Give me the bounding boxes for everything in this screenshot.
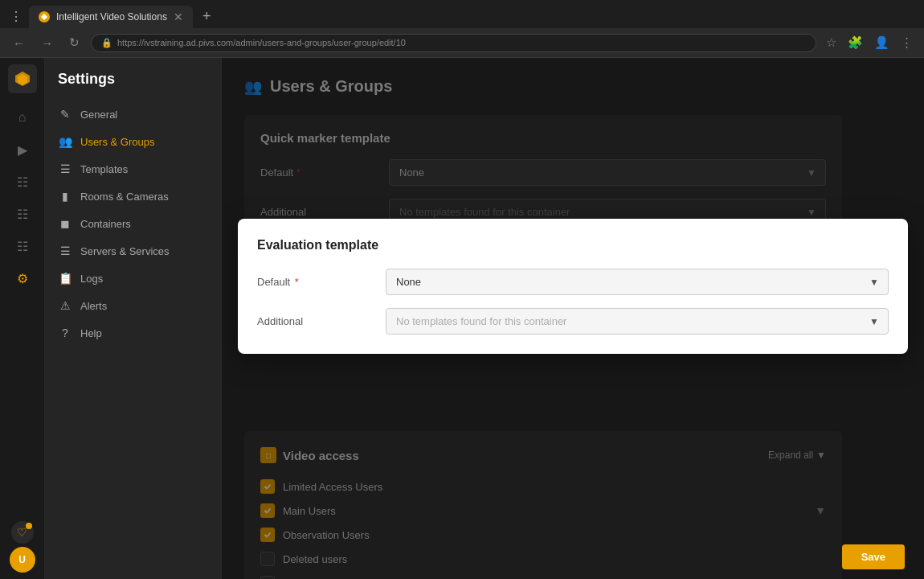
eval-additional-select[interactable]: No templates found for this container <box>386 308 889 335</box>
help-icon: ? <box>58 326 72 339</box>
sidebar-item-general[interactable]: ✎ General <box>45 101 221 128</box>
reload-button[interactable]: ↻ <box>64 33 84 52</box>
alerts-icon: ⚠ <box>58 299 72 312</box>
address-text: https://ivstraining.ad.pivs.com/admin/us… <box>117 38 406 47</box>
save-button[interactable]: Save <box>842 544 905 569</box>
save-bar: Save <box>823 535 924 579</box>
extension-icon[interactable]: 🧩 <box>844 34 866 51</box>
containers-icon: ◼ <box>58 217 72 230</box>
app: ⌂ ▶ ☷ ☷ ☷ ⚙ ♡ U Settings ✎ General 👥 Use… <box>0 58 924 579</box>
rail-settings-icon[interactable]: ⚙ <box>8 264 37 293</box>
general-icon: ✎ <box>58 108 72 121</box>
logs-icon: 📋 <box>58 272 72 285</box>
notif-dot <box>26 523 32 529</box>
modal-title: Evaluation template <box>257 238 889 253</box>
evaluation-template-modal: Evaluation template Default * None ▼ Add… <box>238 219 908 354</box>
eval-default-row: Default * None ▼ <box>257 269 889 295</box>
browser-chrome: ⋮ Intelligent Video Solutions ✕ + ← → ↻ … <box>0 0 924 58</box>
bookmark-icon[interactable]: ☆ <box>823 34 840 51</box>
templates-icon: ☰ <box>58 162 72 175</box>
sidebar-item-users-groups[interactable]: 👥 Users & Groups <box>45 128 221 155</box>
nav-bar: ← → ↻ 🔒 https://ivstraining.ad.pivs.com/… <box>0 28 924 58</box>
active-tab[interactable]: Intelligent Video Solutions ✕ <box>29 6 193 28</box>
sidebar: Settings ✎ General 👥 Users & Groups ☰ Te… <box>45 58 222 579</box>
eval-additional-label: Additional <box>257 315 386 327</box>
address-bar[interactable]: 🔒 https://ivstraining.ad.pivs.com/admin/… <box>91 34 816 52</box>
users-groups-icon: 👥 <box>58 135 72 148</box>
menu-icon[interactable]: ⋮ <box>897 34 916 51</box>
eval-additional-control: No templates found for this container ▼ <box>386 308 889 335</box>
nav-actions: ☆ 🧩 👤 ⋮ <box>823 34 916 51</box>
rail-analytics-icon[interactable]: ☷ <box>8 199 37 228</box>
left-rail: ⌂ ▶ ☷ ☷ ☷ ⚙ ♡ U <box>0 58 45 579</box>
app-logo <box>8 64 37 93</box>
sidebar-item-containers[interactable]: ◼ Containers <box>45 210 221 237</box>
sidebar-title: Settings <box>45 71 221 101</box>
back-button[interactable]: ← <box>8 34 30 52</box>
sidebar-item-logs[interactable]: 📋 Logs <box>45 265 221 292</box>
eval-default-control: None ▼ <box>386 269 889 295</box>
eval-default-select[interactable]: None <box>386 269 889 295</box>
eval-additional-row: Additional No templates found for this c… <box>257 308 889 335</box>
profile-icon[interactable]: 👤 <box>871 34 893 51</box>
rail-video-icon[interactable]: ▶ <box>8 135 37 164</box>
address-icon: 🔒 <box>101 38 112 48</box>
eval-default-required: * <box>292 276 299 288</box>
sidebar-item-rooms-cameras[interactable]: ▮ Rooms & Cameras <box>45 183 221 210</box>
sidebar-item-templates[interactable]: ☰ Templates <box>45 155 221 183</box>
rail-bottom: ♡ U <box>10 521 35 573</box>
sidebar-item-alerts[interactable]: ⚠ Alerts <box>45 292 221 319</box>
tab-close-icon[interactable]: ✕ <box>174 10 183 23</box>
rail-reports-icon[interactable]: ☷ <box>8 232 37 261</box>
rail-grid-icon[interactable]: ☷ <box>8 167 37 196</box>
forward-button[interactable]: → <box>36 34 58 52</box>
tab-title: Intelligent Video Solutions <box>56 11 167 23</box>
rail-home-icon[interactable]: ⌂ <box>8 103 37 132</box>
user-avatar[interactable]: U <box>10 547 35 573</box>
sidebar-item-servers-services[interactable]: ☰ Servers & Services <box>45 237 221 265</box>
servers-services-icon: ☰ <box>58 244 72 257</box>
main-content: Evaluation template Default * None ▼ Add… <box>222 58 924 579</box>
rooms-cameras-icon: ▮ <box>58 190 72 203</box>
tab-bar: ⋮ Intelligent Video Solutions ✕ + <box>0 0 924 28</box>
notifications-icon[interactable]: ♡ <box>11 521 34 544</box>
new-tab-button[interactable]: + <box>196 5 218 28</box>
eval-default-label: Default * <box>257 276 386 288</box>
tab-favicon <box>39 11 50 23</box>
tab-menu-icon[interactable]: ⋮ <box>6 6 26 27</box>
sidebar-item-help[interactable]: ? Help <box>45 319 221 347</box>
